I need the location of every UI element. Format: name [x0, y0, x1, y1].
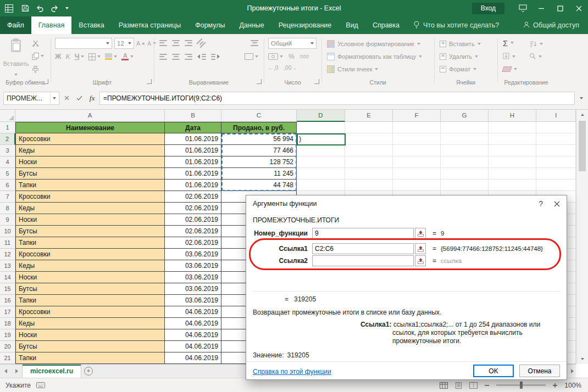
paste-button[interactable]: Вставить [3, 37, 29, 77]
column-header-B[interactable]: B [165, 110, 221, 122]
row-header-4[interactable]: 4 [0, 156, 15, 168]
cut-button[interactable] [32, 38, 44, 47]
cell-I6[interactable] [536, 180, 576, 191]
cell-G3[interactable] [441, 145, 489, 156]
increase-indent-icon[interactable] [211, 52, 220, 61]
zoom-out-icon[interactable] [484, 383, 490, 388]
cell-F4[interactable] [393, 156, 441, 168]
cell-B12[interactable]: 03.06.2019 [165, 249, 221, 260]
cell-B16[interactable]: 03.06.2019 [165, 295, 221, 306]
format-painter-icon[interactable] [32, 65, 44, 74]
cell-D3[interactable] [297, 145, 345, 156]
decrease-decimal-icon[interactable]: ,00→ [284, 65, 297, 71]
function-number-input[interactable] [312, 228, 414, 239]
cell-A13[interactable]: Кеды [15, 260, 165, 272]
sort-filter-button[interactable] [529, 38, 543, 49]
cell-A20[interactable]: Бутсы [15, 341, 165, 352]
cell-A9[interactable]: Носки [15, 214, 165, 226]
cell-D2[interactable]: ) [297, 133, 345, 145]
currency-format-icon[interactable] [268, 52, 283, 61]
cell-C2[interactable]: 56 994 [221, 133, 297, 145]
zoom-slider-thumb[interactable] [520, 382, 523, 389]
fill-color-icon[interactable] [105, 52, 117, 61]
cell-F5[interactable] [393, 168, 441, 180]
column-header-D[interactable]: D [297, 110, 345, 122]
name-box[interactable]: ПРОМЕЖ... [3, 92, 59, 105]
cell-A2[interactable]: Кроссовки [15, 133, 165, 145]
orientation-icon[interactable] [196, 38, 206, 48]
cell-B13[interactable]: 03.06.2019 [165, 260, 221, 272]
font-color-icon[interactable]: А [121, 52, 134, 61]
percent-format-icon[interactable]: % [289, 53, 295, 60]
cell-A11[interactable]: Тапки [15, 237, 165, 249]
number-dialog-launcher-icon[interactable] [314, 79, 319, 84]
cell-H1[interactable] [489, 122, 536, 133]
cell-D4[interactable] [297, 156, 345, 168]
cell-D1[interactable] [297, 122, 345, 133]
name-box-dropdown-icon[interactable] [53, 97, 56, 99]
row-header-15[interactable]: 15 [0, 283, 15, 295]
cell-F1[interactable] [393, 122, 441, 133]
alignment-dialog-launcher-icon[interactable] [257, 79, 262, 84]
autosum-button[interactable]: Σ [503, 37, 514, 48]
column-header-G[interactable]: G [441, 110, 489, 122]
row-header-21[interactable]: 21 [0, 352, 15, 364]
clear-button[interactable] [503, 64, 517, 75]
cell-C4[interactable]: 128 752 [221, 156, 297, 168]
sign-in-button[interactable]: Вход [472, 3, 504, 14]
cell-B10[interactable]: 02.06.2019 [165, 226, 221, 237]
font-size-combo[interactable]: 12 [114, 38, 134, 49]
cell-styles-button[interactable]: Стили ячеек [327, 64, 378, 75]
zoom-slider[interactable] [496, 384, 546, 386]
row-header-11[interactable]: 11 [0, 237, 15, 249]
row-header-2[interactable]: 2 [0, 133, 15, 145]
cell-B2[interactable]: 01.06.2019 [165, 133, 221, 145]
formula-bar-expand-icon[interactable] [575, 97, 588, 99]
copy-button[interactable] [32, 52, 44, 60]
ribbon-tab-1[interactable]: Файл [0, 16, 31, 34]
ref2-input[interactable] [312, 255, 414, 266]
format-cells-button[interactable]: Формат [440, 64, 476, 75]
close-icon[interactable] [569, 0, 588, 16]
redo-icon[interactable] [51, 5, 59, 12]
cell-E6[interactable] [345, 180, 393, 191]
ribbon-tab-5[interactable]: Формулы [188, 16, 232, 34]
cell-A14[interactable]: Носки [15, 272, 165, 283]
enter-entry-icon[interactable] [73, 92, 86, 105]
cell-C6[interactable]: 44 748 [221, 180, 297, 191]
cell-H6[interactable] [489, 180, 536, 191]
ribbon-tab-9[interactable]: Справка [365, 16, 407, 34]
page-break-view-icon[interactable] [469, 382, 478, 389]
column-header-H[interactable]: H [489, 110, 536, 122]
undo-icon[interactable] [36, 5, 44, 12]
find-select-button[interactable] [529, 51, 542, 62]
cancel-entry-icon[interactable] [60, 92, 73, 105]
qat-customize-icon[interactable] [65, 7, 69, 9]
cancel-button[interactable]: Отмена [519, 365, 560, 377]
formula-input[interactable]: =ПРОМЕЖУТОЧНЫЕ.ИТОГИ(9;C2:C6) [99, 92, 575, 105]
conditional-formatting-button[interactable]: Условное форматирование [327, 38, 420, 49]
row-header-14[interactable]: 14 [0, 272, 15, 283]
cell-H5[interactable] [489, 168, 536, 180]
cell-E3[interactable] [345, 145, 393, 156]
select-all-button[interactable] [0, 110, 15, 122]
cell-H4[interactable] [489, 156, 536, 168]
insert-cells-button[interactable]: Вставить [440, 38, 481, 49]
align-middle-icon[interactable] [172, 40, 180, 46]
cell-B21[interactable]: 04.06.2019 [165, 352, 221, 364]
cell-C1[interactable]: Продано, в руб. [221, 122, 297, 133]
zoom-level[interactable]: 100% [564, 382, 581, 389]
dialog-help-icon[interactable]: ? [539, 199, 543, 208]
number-format-combo[interactable]: Общий [268, 38, 317, 49]
cell-B7[interactable]: 02.06.2019 [165, 191, 221, 203]
row-header-20[interactable]: 20 [0, 341, 15, 352]
column-header-C[interactable]: C [221, 110, 297, 122]
sheet-tab-microexcel[interactable]: microexcel.ru [22, 365, 81, 378]
cell-B3[interactable]: 01.06.2019 [165, 145, 221, 156]
row-header-17[interactable]: 17 [0, 306, 15, 318]
ribbon-tab-4[interactable]: Разметка страницы [112, 16, 188, 34]
column-header-F[interactable]: F [393, 110, 441, 122]
cell-G1[interactable] [441, 122, 489, 133]
cell-I5[interactable] [536, 168, 576, 180]
cell-I2[interactable] [536, 133, 576, 145]
